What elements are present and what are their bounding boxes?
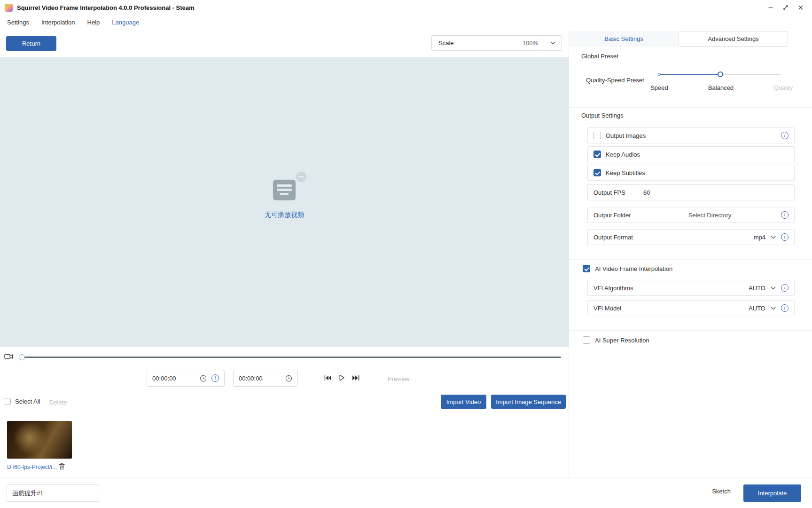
quality-speed-slider[interactable] xyxy=(659,71,781,79)
trash-icon[interactable] xyxy=(59,463,65,471)
clock-icon xyxy=(285,375,292,382)
menu-help[interactable]: Help xyxy=(81,19,106,26)
output-settings-title: Output Settings xyxy=(581,112,624,119)
output-images-checkbox[interactable] xyxy=(593,132,601,139)
section-divider xyxy=(569,259,812,260)
preview-pane: Return Scale 100% ••• 无可播放视频 xyxy=(0,29,569,477)
start-time-info-icon[interactable] xyxy=(211,374,219,382)
output-folder-row[interactable]: Output Folder Select Directory xyxy=(587,207,795,223)
chevron-down-icon[interactable] xyxy=(770,285,776,291)
mark-speed[interactable]: Speed xyxy=(644,84,674,91)
menu-interpolation[interactable]: Interpolation xyxy=(35,19,81,26)
vfi-model-row[interactable]: VFI Model AUTO xyxy=(587,300,795,316)
output-format-info-icon[interactable] xyxy=(781,233,789,241)
select-all-checkbox[interactable] xyxy=(4,398,11,405)
clip-name[interactable]: D:/60-fps-Project/i... xyxy=(7,464,57,470)
chevron-down-icon[interactable] xyxy=(770,234,776,240)
task-name-input[interactable] xyxy=(7,484,99,502)
tab-advanced-settings[interactable]: Advanced Settings xyxy=(679,31,788,47)
video-placeholder-icon: ••• xyxy=(270,177,299,204)
play-icon xyxy=(338,374,345,381)
output-format-label: Output Format xyxy=(593,234,633,241)
chevron-down-icon xyxy=(550,40,556,46)
output-images-label: Output Images xyxy=(606,132,646,139)
output-images-info-icon[interactable] xyxy=(781,132,789,139)
ai-super-resolution-row[interactable]: AI Super Resolution xyxy=(583,336,649,344)
output-images-row[interactable]: Output Images xyxy=(587,127,795,143)
end-time-field[interactable]: 00:00:00 xyxy=(233,370,298,387)
clip-actions-row: Select All Delete Import Video Import Im… xyxy=(0,394,569,409)
clock-icon xyxy=(200,375,207,382)
titlebar: Squirrel Video Frame Interpolation 4.0.0… xyxy=(0,0,812,15)
output-format-row[interactable]: Output Format mp4 xyxy=(587,229,795,245)
timeline-track[interactable] xyxy=(22,357,561,358)
menu-settings[interactable]: Settings xyxy=(1,19,35,26)
ai-vfi-row[interactable]: AI Video Frame Interpolation xyxy=(583,265,672,272)
timeline xyxy=(0,351,569,363)
vfi-algorithms-info-icon[interactable] xyxy=(781,284,789,292)
scale-control[interactable]: Scale 100% xyxy=(431,35,562,51)
start-time-value: 00:00:00 xyxy=(152,375,176,382)
slider-start-dot xyxy=(658,73,661,76)
maximize-icon xyxy=(783,5,789,10)
capture-frame-icon[interactable] xyxy=(4,353,13,362)
chevron-down-icon[interactable] xyxy=(770,305,776,311)
scale-dropdown-button[interactable] xyxy=(544,36,562,50)
keep-subtitles-row[interactable]: Keep Subtitles xyxy=(587,165,795,181)
output-folder-info-icon[interactable] xyxy=(781,211,789,219)
ai-super-resolution-checkbox[interactable] xyxy=(583,336,590,344)
select-directory-button[interactable]: Select Directory xyxy=(643,212,776,219)
quality-speed-preset-label: Quality-Speed Preset xyxy=(586,77,644,84)
output-format-value[interactable]: mp4 xyxy=(754,234,765,241)
end-time-value: 00:00:00 xyxy=(239,375,263,382)
vfi-model-label: VFI Model xyxy=(593,305,621,312)
preview-button[interactable]: Preview xyxy=(381,373,416,384)
minimize-button[interactable] xyxy=(767,4,774,11)
vfi-algorithms-value[interactable]: AUTO xyxy=(749,285,765,292)
mark-quality[interactable]: Quality xyxy=(767,84,800,91)
select-all-control[interactable]: Select All xyxy=(4,398,40,405)
start-time-field[interactable]: 00:00:00 xyxy=(147,370,225,387)
import-video-button[interactable]: Import Video xyxy=(441,395,486,409)
maximize-button[interactable] xyxy=(782,4,789,11)
output-fps-row[interactable]: Output FPS 60 xyxy=(587,184,795,200)
delete-button[interactable]: Delete xyxy=(49,399,67,406)
ai-vfi-label: AI Video Frame Interpolation xyxy=(595,265,672,272)
global-preset-title: Global Preset xyxy=(581,53,618,60)
slider-thumb[interactable] xyxy=(718,71,723,77)
skip-end-button[interactable] xyxy=(351,373,360,382)
minimize-icon xyxy=(768,5,773,10)
no-video-text: 无可播放视频 xyxy=(265,211,304,219)
vfi-model-value[interactable]: AUTO xyxy=(749,305,765,312)
keep-audios-row[interactable]: Keep Audios xyxy=(587,146,795,162)
tab-basic-settings[interactable]: Basic Settings xyxy=(569,31,679,47)
vfi-model-info-icon[interactable] xyxy=(781,304,789,312)
close-button[interactable] xyxy=(797,4,804,11)
skip-start-icon xyxy=(324,374,332,381)
import-image-sequence-button[interactable]: Import Image Sequence xyxy=(491,395,566,409)
clip-thumbnail[interactable] xyxy=(7,421,72,459)
vfi-algorithms-row[interactable]: VFI Algorithms AUTO xyxy=(587,280,795,296)
ai-super-resolution-label: AI Super Resolution xyxy=(595,337,649,344)
sketch-button[interactable]: Sketch xyxy=(707,488,736,495)
keep-audios-checkbox[interactable] xyxy=(593,151,601,158)
output-folder-label: Output Folder xyxy=(593,212,639,219)
section-divider xyxy=(569,107,812,108)
keep-subtitles-checkbox[interactable] xyxy=(593,169,601,176)
ai-vfi-checkbox[interactable] xyxy=(583,265,590,272)
transport-bar: 00:00:00 00:00:00 P xyxy=(0,370,569,387)
play-button[interactable] xyxy=(337,373,346,382)
section-divider xyxy=(569,330,812,331)
video-preview-area[interactable]: ••• 无可播放视频 xyxy=(0,57,569,347)
select-all-label: Select All xyxy=(15,398,40,405)
skip-start-button[interactable] xyxy=(323,373,332,382)
more-options-icon: ••• xyxy=(296,172,306,182)
output-fps-value[interactable]: 60 xyxy=(643,189,650,196)
interpolate-button[interactable]: Interpolate xyxy=(743,484,801,502)
menu-language[interactable]: Language xyxy=(106,19,145,26)
timeline-thumb[interactable] xyxy=(19,354,25,360)
clip-card[interactable]: D:/60-fps-Project/i... xyxy=(7,421,72,471)
return-button[interactable]: Return xyxy=(6,36,56,51)
slider-fill xyxy=(659,74,721,75)
mark-balanced[interactable]: Balanced xyxy=(702,84,740,91)
